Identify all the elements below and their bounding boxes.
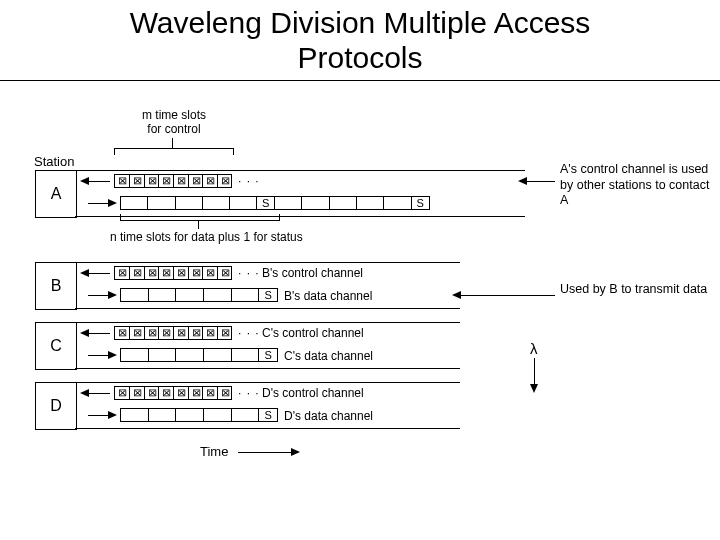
lambda-shaft	[534, 358, 535, 386]
station-c-label: C	[50, 337, 62, 355]
a-ctrl-ellipsis: · · ·	[238, 174, 260, 188]
b-data-annotation: Used by B to transmit data	[560, 282, 707, 298]
c-control-slots: ⊠ ⊠ ⊠ ⊠ ⊠ ⊠ ⊠ ⊠	[114, 326, 232, 340]
station-d-label: D	[50, 397, 62, 415]
d-ctrl-ellipsis: · · ·	[238, 386, 260, 400]
a-status-2: S	[417, 197, 424, 209]
b-ctrl-shaft	[88, 273, 110, 274]
c-data-slots: S	[120, 348, 278, 362]
d-ctrl-shaft	[88, 393, 110, 394]
d-control-slots: ⊠ ⊠ ⊠ ⊠ ⊠ ⊠ ⊠ ⊠	[114, 386, 232, 400]
c-data-arrow-out-icon	[108, 351, 117, 359]
station-b-label: B	[51, 277, 62, 295]
b-ann-leader	[460, 295, 555, 296]
a-status-1: S	[262, 197, 269, 209]
page-title: Waveleng Division Multiple Access Protoc…	[0, 0, 720, 75]
n-slots-brace	[120, 214, 280, 221]
b-ctrl-label: B's control channel	[262, 266, 363, 280]
c-data-shaft	[88, 355, 110, 356]
d-data-shaft	[88, 415, 110, 416]
c-bot-line	[75, 368, 460, 369]
lambda-label: λ	[530, 340, 538, 357]
station-b-box: B	[35, 262, 77, 310]
b-top-line	[75, 262, 460, 263]
b-status: S	[264, 289, 271, 301]
b-control-slots: ⊠ ⊠ ⊠ ⊠ ⊠ ⊠ ⊠ ⊠	[114, 266, 232, 280]
title-line1: Waveleng Division Multiple Access	[130, 6, 591, 39]
c-ctrl-shaft	[88, 333, 110, 334]
n-slots-label: n time slots for data plus 1 for status	[110, 230, 303, 244]
time-label: Time	[200, 444, 228, 459]
b-data-shaft	[88, 295, 110, 296]
brace-stem	[172, 138, 173, 148]
a-top-line	[75, 170, 525, 171]
a-ctrl-arrow-shaft	[88, 181, 110, 182]
title-line2: Protocols	[297, 41, 422, 74]
b-data-arrow-out-icon	[108, 291, 117, 299]
d-top-line	[75, 382, 460, 383]
a-data-arrow-out-icon	[108, 199, 117, 207]
m-slots-brace	[114, 148, 234, 155]
b-data-label: B's data channel	[284, 289, 372, 303]
c-status: S	[264, 349, 271, 361]
d-data-label: D's data channel	[284, 409, 373, 423]
a-ann-leader	[525, 181, 555, 182]
d-bot-line	[75, 428, 460, 429]
c-data-label: C's data channel	[284, 349, 373, 363]
time-arrow-right-icon	[291, 448, 300, 456]
b-ctrl-ellipsis: · · ·	[238, 266, 260, 280]
title-underline	[0, 80, 720, 81]
c-top-line	[75, 322, 460, 323]
b-ann-arrow-icon	[452, 291, 461, 299]
station-d-box: D	[35, 382, 77, 430]
b-data-slots: S	[120, 288, 278, 302]
c-ctrl-ellipsis: · · ·	[238, 326, 260, 340]
station-header: Station	[34, 154, 74, 169]
a-ctrl-annotation: A's control channel is used by other sta…	[560, 162, 720, 209]
wdma-diagram: m time slots for control Station A ⊠ ⊠ ⊠…	[0, 100, 720, 540]
d-data-arrow-out-icon	[108, 411, 117, 419]
station-a-box: A	[35, 170, 77, 218]
station-c-box: C	[35, 322, 77, 370]
time-shaft	[238, 452, 293, 453]
a-data-arrow-shaft	[88, 203, 110, 204]
d-status: S	[264, 409, 271, 421]
a-ann-arrow-icon	[518, 177, 527, 185]
b-bot-line	[75, 308, 460, 309]
n-brace-stem	[198, 220, 199, 229]
lambda-arrow-down-icon	[530, 384, 538, 393]
a-control-slots: ⊠ ⊠ ⊠ ⊠ ⊠ ⊠ ⊠ ⊠	[114, 174, 232, 188]
d-data-slots: S	[120, 408, 278, 422]
d-ctrl-label: D's control channel	[262, 386, 364, 400]
station-a-label: A	[51, 185, 62, 203]
c-ctrl-label: C's control channel	[262, 326, 364, 340]
m-slots-label: m time slots for control	[124, 108, 224, 136]
a-data-slots: S S	[120, 196, 430, 210]
